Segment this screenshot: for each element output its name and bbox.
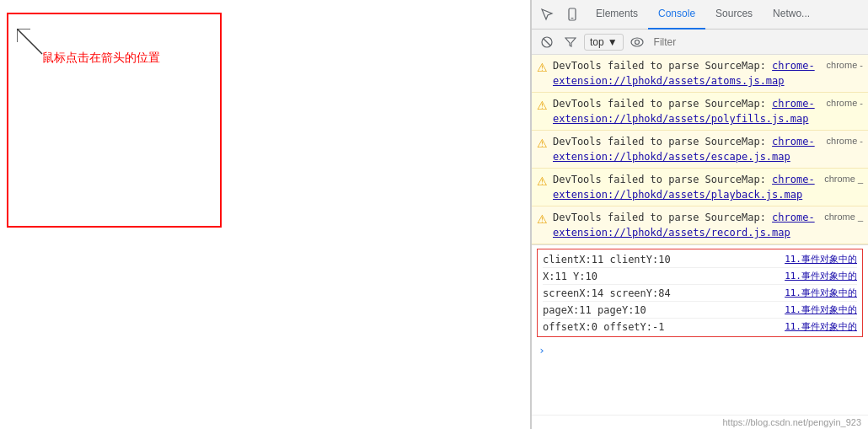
warning-source-4: chrome _	[824, 172, 863, 186]
cursor-icon-btn[interactable]	[535, 3, 559, 26]
prompt-arrow: ›	[538, 344, 545, 357]
tab-elements[interactable]: Elements	[586, 0, 648, 29]
warning-link-1[interactable]: chrome-extension://lphokd/assets/atoms.j…	[553, 60, 815, 87]
warning-row-4: ⚠ DevTools failed to parse SourceMap: ch…	[532, 169, 868, 206]
warning-source-3: chrome -	[827, 134, 863, 148]
output-source-5[interactable]: 11.事件对象中的	[785, 320, 857, 333]
filter-input[interactable]	[651, 35, 863, 50]
main-container: 鼠标点击在箭头的位置 Elements Console	[0, 0, 868, 429]
output-row-1: clientX:11 clientY:10 11.事件对象中的	[543, 251, 857, 268]
warning-text-2: DevTools failed to parse SourceMap: chro…	[553, 96, 820, 126]
devtools-tab-bar: Elements Console Sources Netwo...	[532, 0, 868, 29]
output-label-1: clientX:11 clientY:10	[543, 254, 671, 265]
warning-row-1: ⚠ DevTools failed to parse SourceMap: ch…	[532, 55, 868, 93]
context-selector[interactable]: top ▼	[584, 34, 624, 51]
console-messages[interactable]: ⚠ DevTools failed to parse SourceMap: ch…	[532, 55, 868, 415]
warning-link-4[interactable]: chrome-extension://lphokd/assets/playbac…	[553, 174, 815, 201]
output-row-3: screenX:14 screenY:84 11.事件对象中的	[543, 285, 857, 302]
svg-point-8	[635, 40, 639, 44]
warning-icon-3: ⚠	[537, 135, 548, 153]
output-row-2: X:11 Y:10 11.事件对象中的	[543, 268, 857, 285]
warning-source-1: chrome -	[827, 58, 863, 72]
warning-link-2[interactable]: chrome-extension://lphokd/assets/polyfil…	[553, 98, 815, 125]
demo-box	[7, 13, 222, 228]
warning-icon-4: ⚠	[537, 173, 548, 190]
warning-text-3: DevTools failed to parse SourceMap: chro…	[553, 134, 820, 164]
warning-icon-2: ⚠	[537, 97, 548, 115]
console-prompt: ›	[532, 341, 868, 360]
devtools-toolbar: top ▼	[532, 29, 868, 55]
warning-link-3[interactable]: chrome-extension://lphokd/assets/escape.…	[553, 136, 815, 163]
devtools-panel: Elements Console Sources Netwo...	[531, 0, 868, 429]
mobile-icon-btn[interactable]	[560, 3, 584, 26]
warning-icon-5: ⚠	[537, 211, 548, 228]
warning-source-2: chrome -	[827, 96, 863, 110]
warning-row-5: ⚠ DevTools failed to parse SourceMap: ch…	[532, 206, 868, 244]
output-label-5: offsetX:0 offsetY:-1	[543, 321, 665, 333]
warning-icon-1: ⚠	[537, 59, 548, 77]
chevron-down-icon: ▼	[608, 36, 618, 48]
svg-rect-4	[571, 18, 574, 19]
warning-link-5[interactable]: chrome-extension://lphokd/assets/record.…	[553, 212, 815, 239]
warning-text-5: DevTools failed to parse SourceMap: chro…	[553, 210, 817, 240]
tab-network[interactable]: Netwo...	[763, 0, 820, 29]
svg-point-7	[631, 38, 643, 46]
output-group: clientX:11 clientY:10 11.事件对象中的 X:11 Y:1…	[537, 249, 863, 337]
output-label-4: pageX:11 pageY:10	[543, 304, 646, 316]
output-source-2[interactable]: 11.事件对象中的	[785, 270, 857, 282]
tab-console[interactable]: Console	[648, 0, 705, 29]
warning-text-1: DevTools failed to parse SourceMap: chro…	[553, 58, 820, 88]
warning-row-2: ⚠ DevTools failed to parse SourceMap: ch…	[532, 93, 868, 131]
filter-icon-btn[interactable]	[560, 32, 581, 52]
output-row-5: offsetX:0 offsetY:-1 11.事件对象中的	[543, 319, 857, 335]
warning-row-3: ⚠ DevTools failed to parse SourceMap: ch…	[532, 131, 868, 169]
svg-line-6	[544, 39, 550, 46]
tab-sources[interactable]: Sources	[705, 0, 763, 29]
browser-content: 鼠标点击在箭头的位置	[0, 0, 531, 429]
output-source-3[interactable]: 11.事件对象中的	[785, 287, 857, 299]
eye-icon-btn[interactable]	[627, 32, 647, 52]
output-source-4[interactable]: 11.事件对象中的	[785, 303, 857, 316]
output-label-3: screenX:14 screenY:84	[543, 287, 671, 299]
output-label-2: X:11 Y:10	[543, 271, 597, 282]
output-row-4: pageX:11 pageY:10 11.事件对象中的	[543, 302, 857, 319]
warning-text-4: DevTools failed to parse SourceMap: chro…	[553, 172, 817, 202]
output-source-1[interactable]: 11.事件对象中的	[785, 253, 857, 265]
mouse-click-label: 鼠标点击在箭头的位置	[42, 51, 160, 66]
clear-console-btn[interactable]	[537, 32, 557, 52]
console-output: clientX:11 clientY:10 11.事件对象中的 X:11 Y:1…	[532, 244, 868, 337]
warning-source-5: chrome _	[824, 210, 863, 224]
watermark: https://blog.csdn.net/pengyin_923	[532, 415, 868, 429]
svg-line-0	[17, 29, 42, 54]
